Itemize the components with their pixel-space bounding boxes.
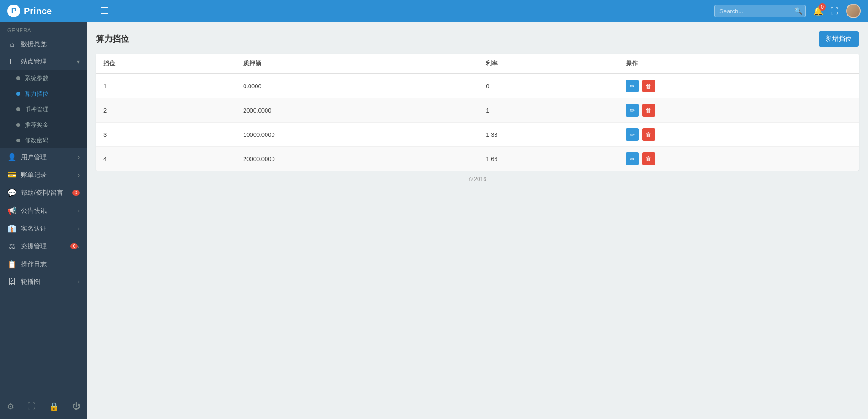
sidebar-item-user-management[interactable]: 👤 用户管理 › <box>0 148 87 166</box>
table-row: 1 0.0000 0 ✏ 🗑 <box>96 74 859 98</box>
main-content: 算力挡位 新增挡位 挡位 质押额 利率 操作 1 0.0000 0 ✏ <box>87 22 868 419</box>
dot-icon <box>16 92 20 96</box>
logo-area: P Prince <box>7 5 90 17</box>
cell-rate: 1.66 <box>479 147 618 171</box>
delete-button[interactable]: 🗑 <box>642 152 655 165</box>
search-icon[interactable]: 🔍 <box>794 7 802 15</box>
edit-button[interactable]: ✏ <box>626 80 639 92</box>
chevron-right-icon: › <box>78 226 80 232</box>
cell-actions: ✏ 🗑 <box>618 74 859 98</box>
sidebar-item-help[interactable]: 💬 帮助/资料/留言 0 <box>0 184 87 202</box>
sidebar-sub-item-hashrate-tier[interactable]: 算力挡位 <box>0 86 87 102</box>
col-actions: 操作 <box>618 54 859 74</box>
sidebar-item-recharge[interactable]: ⚖ 充提管理 0 › <box>0 237 87 255</box>
realname-icon: 👔 <box>7 224 16 233</box>
hamburger-icon[interactable]: ☰ <box>97 4 112 18</box>
data-table: 挡位 质押额 利率 操作 1 0.0000 0 ✏ 🗑 2 2000.0000 … <box>96 54 859 171</box>
power-icon[interactable]: ⏻ <box>69 399 83 414</box>
table-card: 挡位 质押额 利率 操作 1 0.0000 0 ✏ 🗑 2 2000.0000 … <box>96 54 859 171</box>
edit-button[interactable]: ✏ <box>626 128 639 141</box>
sidebar-item-oplog[interactable]: 📋 操作日志 <box>0 255 87 273</box>
cell-tier: 2 <box>96 98 236 123</box>
page-title: 算力挡位 <box>96 33 129 44</box>
col-rate: 利率 <box>479 54 618 74</box>
chevron-right-icon: › <box>78 279 80 285</box>
top-header: P Prince ☰ 🔍 🔔 0 ⛶ <box>0 0 868 22</box>
cell-rate: 1 <box>479 98 618 123</box>
sidebar-sub-item-referral-bonus[interactable]: 推荐奖金 <box>0 117 87 133</box>
settings-icon[interactable]: ⚙ <box>4 399 17 414</box>
sidebar-label-carousel: 轮播图 <box>21 278 78 286</box>
add-tier-button[interactable]: 新增挡位 <box>819 31 859 47</box>
delete-button[interactable]: 🗑 <box>642 80 655 92</box>
logo-text: Prince <box>24 6 52 16</box>
chevron-right-icon: › <box>78 154 80 161</box>
notification-badge: 0 <box>819 3 826 11</box>
cell-actions: ✏ 🗑 <box>618 147 859 171</box>
expand-icon[interactable]: ⛶ <box>831 6 839 16</box>
table-row: 3 10000.0000 1.33 ✏ 🗑 <box>96 123 859 147</box>
chevron-right-icon: › <box>78 172 80 178</box>
lock-icon[interactable]: 🔒 <box>46 399 62 414</box>
sidebar-label-oplog: 操作日志 <box>21 260 80 269</box>
notification-bell[interactable]: 🔔 0 <box>813 6 823 16</box>
chevron-right-icon: › <box>78 208 80 214</box>
table-body: 1 0.0000 0 ✏ 🗑 2 2000.0000 1 ✏ 🗑 3 10000… <box>96 74 859 171</box>
table-header-row: 挡位 质押额 利率 操作 <box>96 54 859 74</box>
dot-icon <box>16 107 20 111</box>
sidebar-item-carousel[interactable]: 🖼 轮播图 › <box>0 273 87 290</box>
footer-text: © 2016 <box>469 176 486 183</box>
help-badge: 0 <box>72 190 80 196</box>
page-title-bar: 算力挡位 新增挡位 <box>96 31 859 47</box>
sidebar-bottom: ⚙ ⛶ 🔒 ⏻ <box>0 394 87 419</box>
search-input[interactable] <box>714 5 806 17</box>
resize-icon[interactable]: ⛶ <box>25 399 38 414</box>
cell-actions: ✏ 🗑 <box>618 98 859 123</box>
sidebar-label-realname: 实名认证 <box>21 225 78 233</box>
cell-tier: 4 <box>96 147 236 171</box>
sidebar-label-ledger: 账单记录 <box>21 171 78 179</box>
recharge-icon: ⚖ <box>7 242 16 251</box>
edit-button[interactable]: ✏ <box>626 104 639 117</box>
sidebar-sub-label-hashrate-tier: 算力挡位 <box>25 90 48 98</box>
sidebar-item-announcement[interactable]: 📢 公告快讯 › <box>0 202 87 220</box>
delete-button[interactable]: 🗑 <box>642 128 655 141</box>
cell-pledge: 20000.0000 <box>236 147 479 171</box>
chat-icon: 💬 <box>7 188 16 197</box>
chevron-down-icon: ▾ <box>77 59 80 65</box>
avatar-image <box>846 4 861 18</box>
sidebar-sub-label-referral-bonus: 推荐奖金 <box>25 121 48 129</box>
sidebar-sub-item-currency[interactable]: 币种管理 <box>0 102 87 117</box>
oplog-icon: 📋 <box>7 260 16 269</box>
header-right: 🔍 🔔 0 ⛶ <box>714 4 861 18</box>
recharge-badge: 0 <box>70 243 78 249</box>
sidebar-label-help: 帮助/资料/留言 <box>21 189 69 197</box>
edit-button[interactable]: ✏ <box>626 152 639 165</box>
delete-button[interactable]: 🗑 <box>642 104 655 117</box>
chevron-right-icon: › <box>78 243 80 250</box>
logo-icon: P <box>7 5 20 17</box>
footer: © 2016 <box>96 171 859 188</box>
dot-icon <box>16 123 20 127</box>
carousel-icon: 🖼 <box>7 278 16 286</box>
monitor-icon: 🖥 <box>7 58 16 66</box>
sidebar-label-site-management: 站点管理 <box>21 58 77 66</box>
table-head: 挡位 质押额 利率 操作 <box>96 54 859 74</box>
table-row: 4 20000.0000 1.66 ✏ 🗑 <box>96 147 859 171</box>
cell-tier: 1 <box>96 74 236 98</box>
sidebar-sub-item-change-password[interactable]: 修改密码 <box>0 133 87 148</box>
dot-icon <box>16 139 20 142</box>
sidebar-item-site-management[interactable]: 🖥 站点管理 ▾ <box>0 53 87 70</box>
home-icon: ⌂ <box>7 40 16 48</box>
avatar[interactable] <box>846 4 861 18</box>
sidebar-submenu-site-management: 系统参数 算力挡位 币种管理 推荐奖金 修改密码 <box>0 70 87 148</box>
sidebar-label-user-management: 用户管理 <box>21 153 78 161</box>
cell-rate: 1.33 <box>479 123 618 147</box>
sidebar-sub-item-sys-params[interactable]: 系统参数 <box>0 70 87 86</box>
cell-pledge: 10000.0000 <box>236 123 479 147</box>
cell-rate: 0 <box>479 74 618 98</box>
sidebar-item-realname[interactable]: 👔 实名认证 › <box>0 220 87 237</box>
sidebar-item-dashboard[interactable]: ⌂ 数据总览 <box>0 36 87 53</box>
sidebar-item-ledger[interactable]: 💳 账单记录 › <box>0 166 87 184</box>
sidebar-label-dashboard: 数据总览 <box>21 40 80 48</box>
